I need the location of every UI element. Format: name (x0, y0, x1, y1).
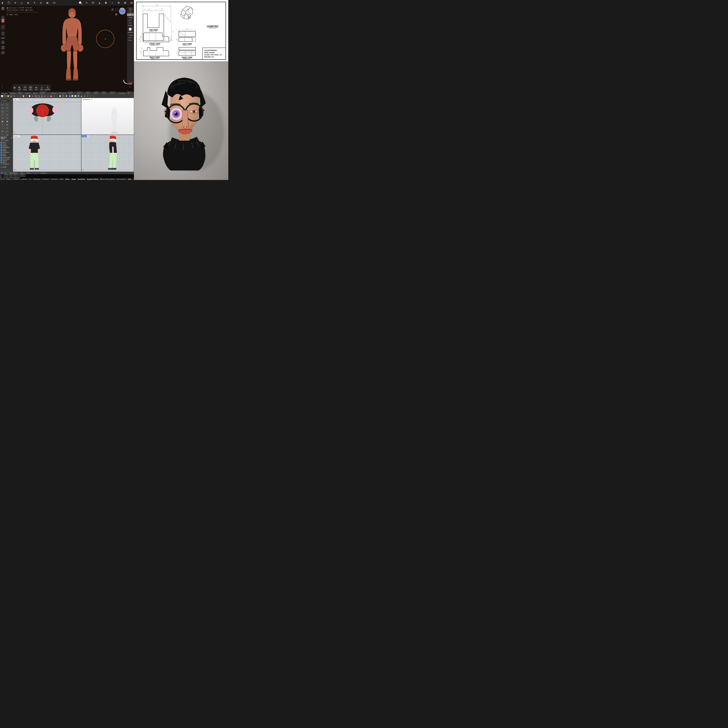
tab-viewport-layout[interactable]: Viewport Layout (38, 91, 49, 95)
fullscreen-icon[interactable] (115, 8, 118, 11)
command-chip[interactable]: Command (0, 99, 9, 102)
rectangle-icon[interactable]: ▭ (5, 113, 9, 116)
lock-tool-icon[interactable] (62, 95, 64, 97)
no-color-swatch[interactable] (1, 51, 5, 55)
lock-view-icon[interactable] (111, 8, 114, 11)
polygon-icon[interactable]: ⬡ (0, 116, 5, 120)
gumball-tab-icon[interactable]: ⊕ (1, 140, 5, 141)
xray-button[interactable]: ▲X-Ray (22, 86, 28, 90)
help-icon[interactable]: ? (90, 95, 92, 97)
cplane-lock-icon[interactable] (101, 179, 102, 179)
rotate-icon[interactable]: ↻ (0, 130, 5, 133)
filter-points[interactable]: Points (0, 142, 13, 143)
filter-disable[interactable]: Disable (0, 166, 13, 168)
pan-hand-icon[interactable] (28, 95, 31, 97)
settings-gear-icon[interactable]: ⚙ (117, 1, 120, 5)
paint-brush-icon[interactable]: ✎ (85, 1, 88, 5)
toggle-planar[interactable]: Planar (65, 178, 70, 180)
symmetry-icon[interactable]: ◮ (98, 1, 101, 5)
tab-set-view[interactable]: Set View (17, 91, 24, 95)
toggle-osnap[interactable]: Osnap (71, 178, 76, 180)
zoom-selected-icon[interactable] (41, 95, 43, 97)
open-file-icon[interactable] (4, 95, 6, 97)
circle-tool-icon[interactable]: ◯ (53, 95, 55, 97)
palette-icon[interactable] (92, 1, 95, 5)
toggle-record-history[interactable]: Record History (116, 179, 127, 180)
page-tab-top[interactable]: Top (21, 172, 23, 174)
toggle-autocplane[interactable]: Auto CPlane (World) (102, 179, 116, 180)
page-tab-front[interactable]: Front (27, 172, 30, 174)
color-wheel-icon[interactable] (68, 95, 70, 97)
solo-button[interactable]: Solo (17, 86, 22, 90)
tab-new-in-v8[interactable]: New in V8 (126, 91, 134, 95)
boxer-sculpt-model[interactable] (52, 6, 92, 85)
status-layer[interactable]: Default (44, 179, 50, 180)
sphere-blue-icon[interactable] (77, 95, 80, 97)
color-swatch[interactable] (2, 18, 4, 23)
cut-icon[interactable]: ✂ (16, 95, 18, 97)
filter-sub-objects[interactable]: Sub-objects (0, 163, 13, 165)
tool-gizmo[interactable]: Gizmo (127, 7, 134, 14)
status-cplane[interactable]: CPlane (5, 179, 12, 180)
sphere-grid-icon[interactable] (74, 95, 76, 97)
viewport-front-tag[interactable]: Front▼ (14, 135, 20, 137)
light-bulb-icon[interactable] (59, 95, 61, 97)
filter-others[interactable]: Others (0, 162, 13, 163)
trim-icon[interactable]: ⊘ (5, 123, 9, 126)
boolean-icon[interactable]: ⊕ (0, 123, 5, 126)
command-history[interactable]: 1 closed SubD added to selection. 1 clos… (2, 174, 134, 178)
toggle-ortho[interactable]: Ortho (58, 179, 64, 180)
viewport-perspective-tag[interactable]: Perspective▼ (82, 98, 93, 100)
filter-blocks[interactable]: Blocks (0, 155, 13, 156)
viewport-front[interactable]: Front▼ z↑→x (13, 135, 81, 172)
tool-smooth[interactable]: Smooth (127, 24, 134, 26)
tool-drag[interactable]: Drag (127, 21, 134, 24)
page-tab-right[interactable]: Right (34, 172, 37, 174)
chevron-down-icon[interactable]: ▼ (91, 98, 93, 100)
surface-icon[interactable]: ▱ (5, 116, 9, 120)
tab-solid-tools[interactable]: Solid Tools (85, 91, 93, 95)
scene-graph-icon[interactable]: ⋔ (14, 1, 17, 5)
point-icon[interactable]: ⊙ (0, 106, 5, 110)
debug-toolbox-icon[interactable] (130, 1, 133, 5)
voxel-button[interactable]: ▲Voxel (28, 86, 33, 90)
tool-planar[interactable]: Planar (127, 39, 134, 41)
tab-display[interactable]: Display (24, 92, 32, 95)
tab-mesh-tools[interactable]: Mesh Tools (101, 91, 109, 95)
grid-button[interactable]: ▲⊞Grid (33, 86, 39, 90)
shield-flag-icon[interactable] (65, 95, 67, 97)
filter-surfaces[interactable]: Surfaces (0, 145, 13, 147)
viewport-right-tag[interactable]: Right▼ (82, 135, 89, 137)
tab-visibility[interactable]: Visibility (49, 92, 58, 95)
camera-target-icon[interactable]: ⌖ (56, 95, 58, 97)
tool-move[interactable]: Move (127, 18, 134, 21)
app-logo-icon[interactable]: ◗ (1, 1, 4, 5)
tool-round-all[interactable]: Round all (127, 26, 134, 34)
arc-icon[interactable]: ◠ (5, 110, 9, 113)
filter-meshes[interactable]: Meshes (0, 150, 13, 151)
selection-filters-gear-icon[interactable]: ⚙ (11, 137, 12, 139)
mask-button[interactable]: Mask (1, 40, 5, 44)
hide-button[interactable]: ◑Hide (1, 46, 5, 50)
chevron-down-icon[interactable]: ▼ (18, 135, 20, 137)
cplane-grid-icon[interactable]: ▦ (50, 95, 52, 98)
viewport-right[interactable]: Right▼ z↑→y (81, 135, 134, 172)
postprocess-icon[interactable]: ◎ (39, 1, 43, 5)
zoom-extents-icon[interactable] (35, 95, 37, 97)
filter-tab-icon[interactable]: ▽ (5, 140, 8, 141)
tool-flatten[interactable]: Flatten (127, 36, 134, 39)
four-view-icon[interactable]: ⊞ (44, 95, 46, 97)
zoom-window-icon[interactable] (38, 95, 40, 97)
gears-icon[interactable]: ⚙ (83, 95, 86, 97)
sphere-icon[interactable]: ◉ (5, 120, 9, 123)
properties-icon[interactable]: ☰ (87, 95, 89, 97)
toggle-grid-snap[interactable]: Grid Snap (50, 179, 58, 180)
record-icon[interactable]: ⏺ (93, 95, 95, 97)
chevron-down-icon[interactable]: ▼ (87, 135, 89, 137)
brush-cursor-ring[interactable] (96, 30, 114, 48)
tab-drafting[interactable]: Drafting (118, 92, 126, 95)
box-icon[interactable]: ▣ (0, 120, 5, 123)
toggle-gumball[interactable]: Gumball (CPlane) (86, 178, 99, 180)
filter-polysurfaces[interactable]: PolySurfaces (0, 147, 13, 148)
select-arrow-icon[interactable]: ↖ (0, 103, 5, 106)
